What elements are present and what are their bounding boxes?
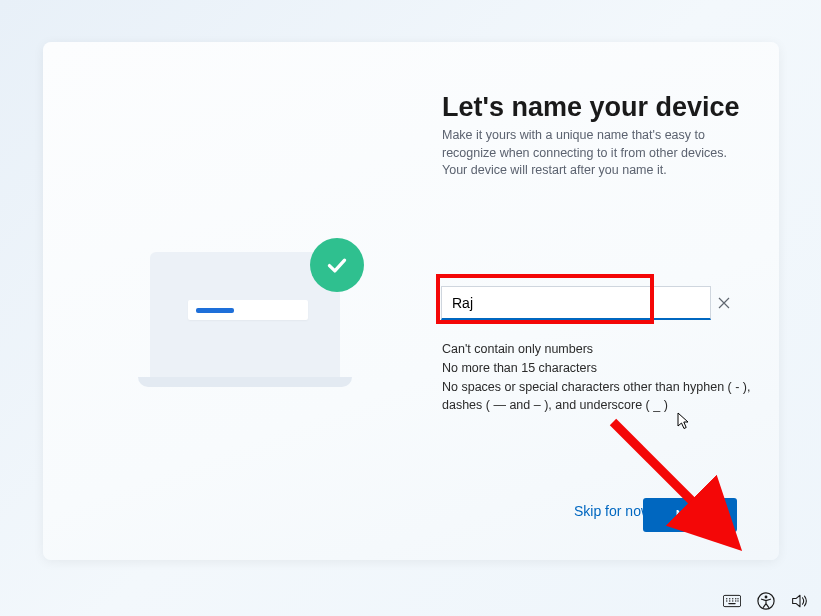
svg-point-7 [726,600,727,601]
device-name-input[interactable] [441,286,711,320]
laptop-field [188,300,308,320]
svg-rect-12 [728,603,736,604]
keyboard-icon[interactable] [723,592,741,610]
oobe-card: Let's name your device Make it yours wit… [43,42,779,560]
volume-icon[interactable] [791,592,809,610]
svg-point-6 [737,598,738,599]
close-icon [718,297,730,309]
next-button[interactable]: Next [643,498,737,532]
input-rules: Can't contain only numbers No more than … [442,340,762,415]
page-description: Make it yours with a unique name that's … [442,127,752,180]
accessibility-icon[interactable] [757,592,775,610]
svg-point-11 [737,600,738,601]
svg-point-2 [726,598,727,599]
laptop-illustration [138,252,352,396]
svg-point-9 [732,600,733,601]
laptop-progress-bar [196,308,234,313]
svg-point-10 [735,600,736,601]
svg-point-8 [729,600,730,601]
svg-point-5 [735,598,736,599]
rule-1: Can't contain only numbers [442,340,762,359]
check-icon [324,252,350,278]
svg-point-3 [729,598,730,599]
svg-point-14 [765,596,768,599]
rule-2: No more than 15 characters [442,359,762,378]
page-title: Let's name your device [442,92,740,123]
rule-3: No spaces or special characters other th… [442,378,762,416]
annotation-arrow [603,412,773,567]
clear-input-button[interactable] [715,294,733,312]
device-name-field-wrap [441,286,741,320]
checkmark-badge [310,238,364,292]
system-tray [723,592,809,610]
laptop-base [138,377,352,387]
svg-point-4 [732,598,733,599]
